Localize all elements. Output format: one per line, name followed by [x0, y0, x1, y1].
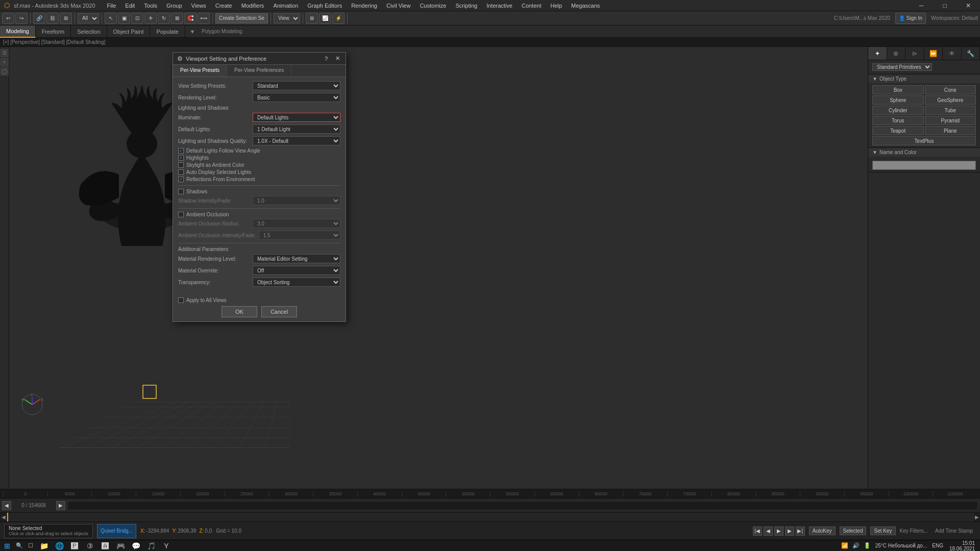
view-setting-presets-select[interactable]: Standard: [253, 81, 340, 90]
menu-tools[interactable]: Tools: [140, 2, 161, 10]
speaker-icon[interactable]: 🔊: [851, 542, 861, 549]
rp-motion-icon[interactable]: ⏩: [924, 47, 943, 60]
menu-interactive[interactable]: Interactive: [483, 2, 516, 10]
add-time-stamp-label[interactable]: Add Time Stamp: [932, 528, 976, 534]
tab-populate[interactable]: Populate: [150, 26, 185, 38]
menu-graph-editors[interactable]: Graph Editors: [304, 2, 346, 10]
tab-selection[interactable]: Selection: [71, 26, 107, 38]
goto-end-button[interactable]: ▶|: [796, 527, 805, 536]
menu-views[interactable]: Views: [188, 2, 210, 10]
obj-btn-plane[interactable]: Plane: [925, 126, 976, 135]
menu-rendering[interactable]: Rendering: [348, 2, 381, 10]
scrub-right-button[interactable]: ▶: [973, 513, 980, 521]
key-filters-label[interactable]: Key Filters...: [900, 528, 928, 534]
play-button[interactable]: ▶: [774, 527, 783, 536]
scrub-track[interactable]: [7, 513, 973, 521]
next-frame-button[interactable]: ▶: [785, 527, 794, 536]
select-button[interactable]: ↖: [105, 13, 117, 24]
cb-skylight[interactable]: [178, 162, 184, 168]
obj-btn-cone[interactable]: Cone: [925, 85, 976, 94]
name-and-color-header[interactable]: ▼ Name and Color: [868, 148, 980, 157]
shadow-intensity-select[interactable]: 1.0: [253, 196, 340, 205]
menu-file[interactable]: File: [104, 2, 120, 10]
menu-customize[interactable]: Customize: [416, 2, 450, 10]
unlink-button[interactable]: ⛓: [46, 13, 59, 24]
obj-btn-teapot[interactable]: Teapot: [872, 126, 924, 135]
obj-btn-torus[interactable]: Torus: [872, 116, 924, 125]
tab-per-view-presets[interactable]: Per-View Presets: [173, 65, 227, 77]
viewport-area[interactable]: X Y Z ⚙ Viewport Setting and Preference: [9, 47, 868, 489]
rp-utilities-icon[interactable]: 🔧: [962, 47, 981, 60]
search-button[interactable]: 🔍: [14, 542, 24, 549]
scrub-left-button[interactable]: ◀: [0, 513, 7, 521]
material-override-select[interactable]: Off: [253, 266, 340, 275]
taskbar-yandex[interactable]: Y: [159, 540, 174, 552]
window-cross-button[interactable]: ⊡: [131, 13, 143, 24]
lighting-quality-select[interactable]: 1.0X - Default: [253, 136, 340, 145]
menu-help[interactable]: Help: [547, 2, 566, 10]
taskbar-3dsmax[interactable]: ③: [83, 540, 97, 552]
taskbar-steam[interactable]: 🎮: [113, 540, 128, 552]
menu-group[interactable]: Group: [163, 2, 186, 10]
obj-btn-pyramid[interactable]: Pyramid: [925, 116, 976, 125]
schematic-button[interactable]: ⚡: [332, 13, 345, 24]
menu-megascans[interactable]: Megascans: [568, 2, 603, 10]
obj-btn-sphere[interactable]: Sphere: [872, 95, 924, 105]
dialog-close-button[interactable]: ✕: [333, 55, 341, 63]
left-tool-2[interactable]: +: [1, 58, 9, 66]
taskbar-explorer[interactable]: 📁: [37, 540, 51, 552]
scale-button[interactable]: ⊠: [171, 13, 183, 24]
link-button[interactable]: 🔗: [33, 13, 45, 24]
more-tabs-button[interactable]: ▼: [187, 27, 198, 37]
menu-modifiers[interactable]: Modifiers: [238, 2, 268, 10]
sign-in-button[interactable]: 👤 Sign In: [895, 13, 926, 24]
taskbar-spotify[interactable]: 🎵: [144, 540, 158, 552]
taskbar-discord[interactable]: 💬: [129, 540, 143, 552]
tl-prev-button[interactable]: ◀: [2, 501, 11, 510]
obj-btn-cylinder[interactable]: Cylinder: [872, 106, 924, 115]
view-dropdown[interactable]: View: [274, 13, 300, 23]
dialog-help-button[interactable]: ?: [322, 55, 330, 63]
snap-button[interactable]: 🧲: [184, 13, 197, 24]
rp-create-icon[interactable]: ✦: [868, 47, 887, 60]
cancel-button[interactable]: Cancel: [261, 306, 297, 317]
task-view-button[interactable]: ☐: [27, 542, 35, 549]
mirror-button[interactable]: ⟺: [198, 13, 210, 24]
ao-radius-select[interactable]: 3.0: [253, 219, 340, 228]
left-tool-3[interactable]: ◯: [1, 67, 9, 76]
tab-object-paint[interactable]: Object Paint: [107, 26, 151, 38]
tab-modeling[interactable]: Modeling: [0, 26, 36, 38]
cb-reflections[interactable]: ✓: [178, 177, 184, 182]
taskbar-edge[interactable]: 🌐: [52, 540, 66, 552]
taskbar-aftereffects[interactable]: 🅰: [98, 540, 112, 552]
menu-animation[interactable]: Animation: [270, 2, 302, 10]
close-button[interactable]: ✕: [957, 0, 980, 11]
ao-intensity-select[interactable]: 1.5: [259, 231, 340, 240]
transparency-select[interactable]: Object Sorting: [253, 278, 340, 287]
timeline-track[interactable]: [67, 501, 978, 510]
menu-civil-view[interactable]: Civil View: [383, 2, 414, 10]
tab-freeform[interactable]: Freeform: [36, 26, 71, 38]
cb-default-lights-follow[interactable]: ✓: [178, 148, 184, 154]
set-key-box[interactable]: Set Key: [870, 527, 895, 535]
obj-btn-box[interactable]: Box: [872, 85, 924, 94]
menu-create[interactable]: Create: [212, 2, 236, 10]
obj-btn-textplus[interactable]: TextPlus: [872, 136, 976, 145]
tl-next-button[interactable]: ▶: [56, 501, 65, 510]
cb-apply-all[interactable]: [178, 297, 184, 303]
object-type-header[interactable]: ▼ Object Type: [868, 74, 980, 83]
color-swatch[interactable]: [872, 161, 976, 170]
material-rendering-level-select[interactable]: Material Editor Setting: [253, 254, 340, 263]
ok-button[interactable]: OK: [222, 306, 257, 317]
undo-button[interactable]: ↩: [2, 13, 14, 24]
rp-modify-icon[interactable]: ⊕: [887, 47, 906, 60]
left-tool-1[interactable]: ☰: [1, 49, 9, 57]
prev-frame-button[interactable]: ◀: [764, 527, 773, 536]
maximize-button[interactable]: □: [933, 0, 957, 11]
redo-button[interactable]: ↪: [15, 13, 28, 24]
bind-button[interactable]: ⊞: [60, 13, 72, 24]
rotate-button[interactable]: ↻: [158, 13, 170, 24]
filter-dropdown[interactable]: All: [78, 13, 99, 23]
align-button[interactable]: ⊞: [306, 13, 318, 24]
rp-display-icon[interactable]: 👁: [943, 47, 962, 60]
